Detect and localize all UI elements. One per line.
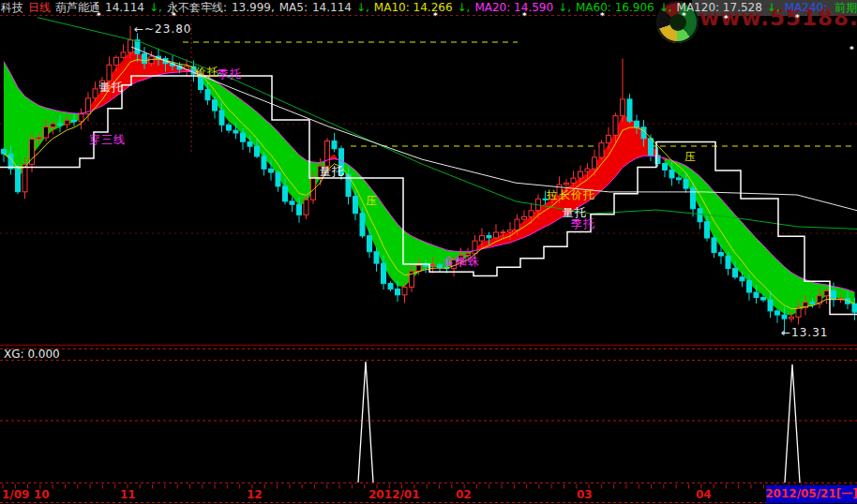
axis-date-label: 10: [34, 488, 50, 501]
price-value: 14.114: [105, 0, 144, 15]
lachangjiatuo-label: 拉长价托: [547, 189, 595, 201]
sparkle-icon: *: [433, 13, 438, 19]
peak-price-label: ←~23.80: [134, 23, 191, 36]
sparkle-icon: *: [97, 13, 101, 19]
chart-canvas[interactable]: [0, 0, 857, 504]
axis-date-label: 04: [696, 488, 712, 501]
ma120-arrow: ↓,: [767, 0, 780, 15]
never-trapped-line-value: 13.999,: [232, 0, 275, 15]
sparkle-icon: *: [172, 13, 176, 19]
ma10-value: MA10: 14.266: [374, 0, 453, 15]
ma20-value: MA20: 14.590: [474, 0, 553, 15]
sparkle-icon: *: [724, 16, 729, 22]
ma5-label: MA5:: [279, 0, 308, 15]
xg-value: 0.000: [27, 348, 59, 361]
axis-date-label: 02: [456, 488, 472, 501]
ma240-label: MA240:: [785, 0, 828, 15]
jituo-label-1: 季托: [218, 68, 242, 81]
ya-label-2: 压: [684, 151, 697, 163]
indicator-name: 葫芦能通: [55, 0, 100, 15]
period-label[interactable]: 日线: [28, 0, 51, 15]
ma60-value: MA60: 16.906: [576, 0, 654, 15]
sparkle-icon: *: [849, 47, 854, 52]
sparkle-icon: *: [795, 15, 800, 21]
top-info-bar: 科技日线葫芦能通14.114↓,永不套牢线:13.999,MA5:14.114↓…: [0, 0, 857, 15]
ma20-arrow: ↓,: [558, 0, 571, 15]
sparkle-icon: *: [522, 13, 527, 19]
ma120-value: MA120: 17.528: [677, 0, 762, 15]
xg-label: XG:: [4, 348, 24, 361]
ma60-arrow: ↓,: [659, 0, 672, 15]
low-price-label: ←13.31: [781, 327, 828, 339]
liangtuo-label-2: 量托: [320, 166, 344, 178]
chuansanxian-label: 穿三线: [89, 134, 126, 146]
jituo-label-2: 季托: [571, 218, 595, 230]
prev-high-label: 前期高位: 20.970,: [832, 0, 857, 15]
ma10-arrow: ↓,: [458, 0, 471, 15]
price-arrow: ↓,: [149, 0, 162, 15]
ma5-value: 14.114: [312, 0, 352, 15]
ya-label-1: 压: [366, 195, 378, 207]
ma5-arrow: ↓,: [356, 0, 369, 15]
axis-date-label: 12: [247, 488, 263, 501]
sparkle-icon: *: [682, 13, 686, 19]
axis-date-label: 11: [120, 488, 136, 501]
axis-date-label: 2012/01: [368, 488, 419, 501]
current-date-badge: 2012/05/21[一]: [766, 485, 857, 503]
jinzhizhu-label: 金蜘蛛: [444, 256, 480, 268]
axis-date-label: 03: [577, 488, 593, 501]
app-window: www.55188.com 科技日线葫芦能通14.114↓,永不套牢线:13.9…: [0, 0, 857, 504]
liangtuo-label-1: 量托: [99, 82, 124, 94]
axis-date-label: 1/09: [2, 488, 29, 501]
sparkle-icon: *: [600, 13, 605, 19]
stock-name: 科技: [1, 0, 23, 15]
xg-indicator-label: XG: 0.000: [4, 348, 60, 361]
jiatuo-label: 价托: [195, 67, 219, 79]
